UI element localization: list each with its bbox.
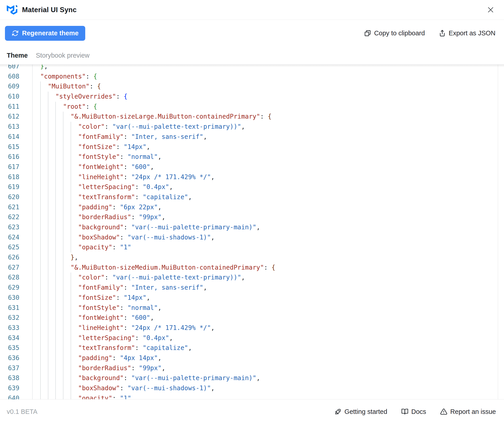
line-number: 629 <box>0 283 33 293</box>
line-number: 607 <box>0 65 33 72</box>
code-editor[interactable]: 607},608"components": {609"MuiButton": {… <box>0 65 504 399</box>
code-line: 638"background": "var(--mui-palette-prim… <box>0 373 504 383</box>
code-line: 620"textTransform": "capitalize", <box>0 192 504 202</box>
code-line: 613"color": "var(--mui-palette-text-prim… <box>0 122 504 132</box>
code-line: 625"opacity": "1" <box>0 242 504 253</box>
close-button[interactable] <box>485 5 496 15</box>
close-icon <box>487 6 495 14</box>
export-as-json-label: Export as JSON <box>449 30 495 37</box>
line-number: 625 <box>0 242 33 253</box>
line-number: 638 <box>0 373 33 383</box>
export-as-json-button[interactable]: Export as JSON <box>439 30 495 37</box>
code-line: 623"background": "var(--mui-palette-prim… <box>0 222 504 232</box>
scrollbar-track[interactable] <box>498 65 504 399</box>
code-line: 617"fontWeight": "600", <box>0 162 504 172</box>
line-number: 635 <box>0 343 33 353</box>
indent-guides <box>40 343 78 353</box>
getting-started-label: Getting started <box>344 408 387 415</box>
code-line: 639"boxShadow": "var(--mui-shadows-1)", <box>0 383 504 393</box>
indent-guides <box>40 273 78 283</box>
code-line-content: }, <box>33 65 504 72</box>
code-line: 614"fontFamily": "Inter, sans-serif", <box>0 132 504 142</box>
page-title: Material UI Sync <box>22 6 77 14</box>
report-an-issue-link[interactable]: Report an issue <box>440 408 496 415</box>
code-line: 607}, <box>0 65 504 72</box>
code-line-content: "MuiButton": { <box>33 81 504 92</box>
code-line: 612"&.MuiButton-sizeLarge.MuiButton-cont… <box>0 112 504 122</box>
code-line-content: "components": { <box>33 72 504 82</box>
code-line-content: "background": "var(--mui-palette-primary… <box>33 222 504 232</box>
line-number: 609 <box>0 81 33 92</box>
code-line-content: "lineHeight": "24px /* 171.429% */", <box>33 323 504 333</box>
code-line-content: "fontFamily": "Inter, sans-serif", <box>33 132 504 142</box>
line-number: 622 <box>0 212 33 222</box>
indent-guides <box>40 293 78 303</box>
code-line: 635"textTransform": "capitalize", <box>0 343 504 353</box>
regenerate-theme-button[interactable]: Regenerate theme <box>5 26 85 41</box>
line-number: 630 <box>0 293 33 303</box>
indent-guides <box>40 81 48 92</box>
code-line-content: "boxShadow": "var(--mui-shadows-1)", <box>33 232 504 243</box>
version-label: v0.1 BETA <box>7 408 37 415</box>
line-number: 616 <box>0 152 33 162</box>
code-line-content: "fontFamily": "Inter, sans-serif", <box>33 283 504 293</box>
mui-logo-icon <box>7 5 17 15</box>
code-line: 636"padding": "4px 14px", <box>0 353 504 363</box>
code-line: 634"letterSpacing": "0.4px", <box>0 333 504 343</box>
copy-to-clipboard-label: Copy to clipboard <box>374 30 425 37</box>
code-line-content: "fontStyle": "normal", <box>33 152 504 162</box>
indent-guides <box>40 333 78 343</box>
code-line: 622"borderRadius": "99px", <box>0 212 504 222</box>
code-line: 630"fontSize": "14px", <box>0 293 504 303</box>
code-line-content: "textTransform": "capitalize", <box>33 343 504 353</box>
line-number: 608 <box>0 72 33 82</box>
warning-icon <box>440 408 447 415</box>
code-line: 628"color": "var(--mui-palette-text-prim… <box>0 273 504 283</box>
code-line: 627"&.MuiButton-sizeMedium.MuiButton-con… <box>0 263 504 273</box>
book-icon <box>401 408 408 415</box>
tab-theme[interactable]: Theme <box>7 52 28 59</box>
line-number: 633 <box>0 323 33 333</box>
getting-started-link[interactable]: Getting started <box>334 408 387 415</box>
line-number: 640 <box>0 393 33 399</box>
copy-to-clipboard-button[interactable]: Copy to clipboard <box>364 30 425 37</box>
line-number: 628 <box>0 273 33 283</box>
line-number: 614 <box>0 132 33 142</box>
code-line-content: "&.MuiButton-sizeLarge.MuiButton-contain… <box>33 112 504 122</box>
indent-guides <box>40 283 78 293</box>
line-number: 627 <box>0 263 33 273</box>
line-number: 637 <box>0 363 33 373</box>
code-lines: 607},608"components": {609"MuiButton": {… <box>0 65 504 399</box>
line-number: 623 <box>0 222 33 232</box>
code-line: 619"letterSpacing": "0.4px", <box>0 182 504 192</box>
code-line-content: "padding": "6px 22px", <box>33 202 504 212</box>
indent-guides <box>40 242 78 253</box>
code-line: 615"fontSize": "14px", <box>0 142 504 152</box>
rocket-icon <box>334 408 342 415</box>
code-line: 610"styleOverrides": { <box>0 92 504 102</box>
line-number: 610 <box>0 92 33 102</box>
line-number: 636 <box>0 353 33 363</box>
indent-guides <box>40 263 71 273</box>
code-line-content: "letterSpacing": "0.4px", <box>33 333 504 343</box>
code-line: 621"padding": "6px 22px", <box>0 202 504 212</box>
indent-guides <box>40 122 78 132</box>
indent-guides <box>40 363 78 373</box>
tab-storybook-preview[interactable]: Storybook preview <box>36 52 90 59</box>
code-line-content: }, <box>33 253 504 263</box>
docs-link[interactable]: Docs <box>401 408 426 415</box>
code-line-content: "padding": "4px 14px", <box>33 353 504 363</box>
line-number: 632 <box>0 313 33 323</box>
indent-guides <box>40 313 78 323</box>
indent-guides <box>40 182 78 192</box>
code-line-content: "fontSize": "14px", <box>33 142 504 152</box>
code-line: 611"root": { <box>0 102 504 112</box>
code-line: 624"boxShadow": "var(--mui-shadows-1)", <box>0 232 504 243</box>
indent-guides <box>40 373 78 383</box>
code-line: 632"fontWeight": "600", <box>0 313 504 323</box>
code-line: 637"borderRadius": "99px", <box>0 363 504 373</box>
copy-icon <box>364 30 371 37</box>
code-line: 626}, <box>0 253 504 263</box>
indent-guides <box>40 132 78 142</box>
code-line-content: "fontStyle": "normal", <box>33 303 504 313</box>
